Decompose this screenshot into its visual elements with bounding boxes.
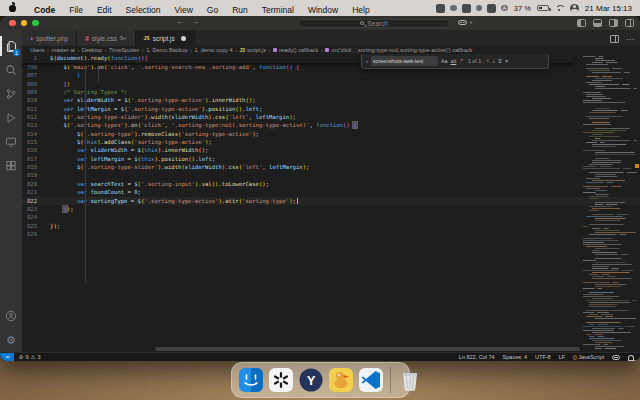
command-center-search[interactable]: Search: [298, 19, 450, 29]
code-line[interactable]: 1$(document).ready(function(){: [22, 54, 148, 62]
problems-indicator[interactable]: ⊘ 9 ⚠ 3: [19, 354, 41, 360]
code-line[interactable]: 823 });: [22, 205, 640, 213]
more-actions-button[interactable]: ⋯: [626, 35, 634, 44]
app-tray-icon-5[interactable]: [487, 4, 496, 13]
breadcrumb-item[interactable]: JSscript.js: [240, 47, 266, 53]
code-line[interactable]: 824: [22, 213, 640, 221]
dock-chatgpt-icon[interactable]: [268, 367, 294, 393]
toggle-secondary-sidebar-button[interactable]: [609, 19, 618, 27]
code-editor[interactable]: 1$(document).ready(function(){ 798 $('ma…: [22, 54, 640, 352]
zoom-window-button[interactable]: [32, 20, 39, 27]
code-line[interactable]: 813 $('.sorting-types').on('click', '.so…: [22, 121, 640, 129]
dock-vscode-icon[interactable]: [358, 367, 384, 393]
statusbar-item[interactable]: Ln 822, Col 74: [459, 354, 495, 360]
app-tray-icon-3[interactable]: [462, 4, 471, 13]
settings-button[interactable]: ⚙: [0, 328, 22, 352]
accounts-button[interactable]: [0, 304, 22, 328]
statusbar-item[interactable]: LF: [559, 354, 565, 360]
code-line[interactable]: 810 var sliderWidth = $('.sorting-type-a…: [22, 96, 640, 104]
code-line[interactable]: 820 var searchText = $('.sorting-input')…: [22, 180, 640, 188]
match-case-button[interactable]: Aa: [441, 58, 447, 64]
breadcrumb-item[interactable]: on('click', '.sorting-type:not(.sorting-…: [325, 47, 472, 53]
menubar-item-help[interactable]: Help: [345, 5, 376, 15]
menubar-item-code[interactable]: Code: [27, 5, 62, 15]
input-source-icon[interactable]: A: [501, 5, 508, 12]
code-line[interactable]: 819: [22, 171, 640, 179]
code-line[interactable]: 809 /* Sorting Types */: [22, 88, 640, 96]
sidebar-item-run-debug[interactable]: [0, 106, 22, 130]
code-line[interactable]: 816 var sliderWidth = $(this).innerWidth…: [22, 146, 640, 154]
sidebar-item-remote-explorer[interactable]: [0, 130, 22, 154]
regex-button[interactable]: .*: [459, 58, 463, 64]
sidebar-item-source-control[interactable]: [0, 82, 22, 106]
tab-script.js[interactable]: JSscript.js: [136, 30, 195, 46]
code-line[interactable]: 821 var foundCount = 0;: [22, 188, 640, 196]
copilot-menu[interactable]: ∨: [458, 19, 473, 25]
code-line[interactable]: 826: [22, 230, 640, 238]
sidebar-item-explorer[interactable]: 1: [0, 34, 22, 58]
menubar-item-edit[interactable]: Edit: [90, 5, 119, 15]
close-find-button[interactable]: ×: [505, 58, 509, 64]
code-line[interactable]: 815 $(this).addClass('sorting-type-activ…: [22, 138, 640, 146]
notifications-bell-icon[interactable]: [628, 355, 634, 360]
remote-indicator[interactable]: ><: [0, 353, 14, 362]
dock-finder-icon[interactable]: [238, 367, 264, 393]
menubar-item-view[interactable]: View: [168, 5, 200, 15]
code-line[interactable]: 814 $('.sorting-type').removeClass('sort…: [22, 130, 640, 138]
app-tray-icon-1[interactable]: [436, 4, 445, 13]
code-line[interactable]: 822 var sortingType = $('.sorting-type-a…: [22, 197, 640, 205]
code-line[interactable]: 825});: [22, 222, 640, 230]
close-window-button[interactable]: [9, 20, 16, 27]
code-line[interactable]: 817 var leftMargin = $(this).position().…: [22, 155, 640, 163]
dock-cyberduck-icon[interactable]: [328, 367, 354, 393]
statusbar-item[interactable]: Spaces: 4: [503, 354, 527, 360]
breadcrumb-item[interactable]: ready() callback: [273, 47, 318, 53]
breadcrumb-item[interactable]: TimeSpotter: [109, 47, 139, 53]
find-in-selection-button[interactable]: ≡: [498, 58, 502, 64]
dock-trash-icon[interactable]: [397, 367, 423, 393]
previous-match-button[interactable]: ↑: [486, 58, 489, 64]
tab-style.css[interactable]: #style.css9+: [77, 30, 135, 46]
sidebar-item-extensions[interactable]: [0, 154, 22, 178]
menubar-item-terminal[interactable]: Terminal: [255, 5, 301, 15]
breadcrumb-item[interactable]: 1. demo copy 4: [194, 47, 232, 53]
sidebar-item-search[interactable]: [0, 58, 22, 82]
app-tray-icon-2[interactable]: [450, 5, 457, 12]
menubar-item-file[interactable]: File: [62, 5, 90, 15]
whole-word-button[interactable]: ab: [450, 58, 456, 64]
code-line[interactable]: 818 $('.sorting-type-slider').width(slid…: [22, 163, 640, 171]
breadcrumb-item[interactable]: Users: [30, 47, 45, 53]
minimize-window-button[interactable]: [21, 20, 28, 27]
toggle-primary-sidebar-button[interactable]: [577, 19, 586, 27]
go-forward-button[interactable]: →: [191, 17, 199, 26]
breadcrumb[interactable]: Users›master-ai›Desktop›TimeSpotter›1. D…: [22, 46, 640, 54]
split-editor-button[interactable]: [610, 35, 619, 43]
statusbar-item[interactable]: UTF-8: [535, 354, 551, 360]
breadcrumb-item[interactable]: master-ai: [51, 47, 74, 53]
menubar-item-run[interactable]: Run: [225, 5, 255, 15]
horizontal-scrollbar[interactable]: [155, 347, 580, 351]
minimap[interactable]: [581, 54, 637, 352]
breadcrumb-item[interactable]: 1. Demo Backup: [146, 47, 187, 53]
toggle-replace-chevron[interactable]: ›: [366, 58, 368, 64]
wifi-icon[interactable]: [555, 5, 564, 12]
menubar-clock[interactable]: 21 Mar 15:13: [585, 4, 632, 13]
menubar-item-go[interactable]: Go: [200, 5, 225, 15]
tab-spotter.php[interactable]: ●spotter.php: [22, 30, 77, 46]
code-line[interactable]: 812 $('.sorting-type-slider').width(slid…: [22, 113, 640, 121]
code-line[interactable]: 808 }): [22, 80, 640, 88]
menubar-item-window[interactable]: Window: [301, 5, 345, 15]
go-back-button[interactable]: ←: [176, 17, 184, 26]
find-input[interactable]: screenshots-task-text: [371, 56, 438, 66]
toggle-panel-button[interactable]: [593, 19, 602, 27]
language-mode[interactable]: {} JavaScript: [573, 354, 604, 360]
dock-yandex-icon[interactable]: Y: [298, 367, 324, 393]
copilot-status-icon[interactable]: [612, 355, 620, 360]
code-line[interactable]: 811 var leftMargin = $('.sorting-type-ac…: [22, 105, 640, 113]
user-switch-icon[interactable]: [570, 4, 579, 13]
app-tray-icon-4[interactable]: [476, 5, 483, 12]
customize-layout-button[interactable]: [625, 19, 634, 27]
breadcrumb-item[interactable]: Desktop: [82, 47, 103, 53]
code-line[interactable]: 807 }: [22, 71, 640, 79]
menubar-item-selection[interactable]: Selection: [119, 5, 168, 15]
